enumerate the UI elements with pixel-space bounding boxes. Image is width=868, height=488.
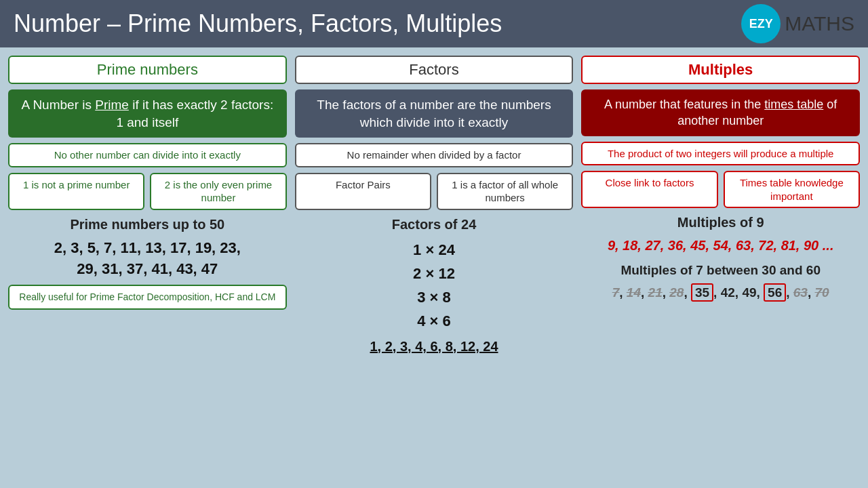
logo-text: EZY bbox=[749, 17, 773, 31]
multiples-sub2: Times table knowledge important bbox=[724, 171, 860, 208]
factors-sub1: Factor Pairs bbox=[295, 173, 431, 210]
multiples-sub-info: The product of two integers will produce… bbox=[581, 142, 860, 166]
logo: EZY MATHS bbox=[741, 4, 854, 43]
factors-column: Factors The factors of a number are the … bbox=[295, 56, 574, 483]
page-title: Number – Prime Numbers, Factors, Multipl… bbox=[14, 9, 502, 38]
factors-all: 1, 2, 3, 4, 6, 8, 12, 24 bbox=[295, 339, 574, 354]
prime-section-title: Prime numbers bbox=[8, 56, 287, 84]
factors-list-label: Factors of 24 bbox=[295, 217, 574, 232]
prime-list: 2, 3, 5, 7, 11, 13, 17, 19, 23,29, 31, 3… bbox=[8, 238, 287, 280]
logo-suffix: MATHS bbox=[785, 12, 854, 35]
multiples-list2-label: Multiples of 7 between 30 and 60 bbox=[581, 263, 860, 278]
multiples-section-title: Multiples bbox=[581, 56, 860, 84]
prime-sub2: 2 is the only even prime number bbox=[150, 173, 286, 210]
multiples-sub1: Close link to factors bbox=[581, 171, 717, 208]
prime-list-label: Prime numbers up to 50 bbox=[8, 217, 287, 232]
factors-sub-row: Factor Pairs 1 is a factor of all whole … bbox=[295, 173, 574, 210]
factors-sub-info: No remainder when divided by a factor bbox=[295, 143, 574, 167]
prime-sub-row: 1 is not a prime number 2 is the only ev… bbox=[8, 173, 287, 210]
factors-section-title: Factors bbox=[295, 56, 574, 84]
factors-sub2: 1 is a factor of all whole numbers bbox=[437, 173, 573, 210]
header: Number – Prime Numbers, Factors, Multipl… bbox=[0, 0, 868, 47]
multiples-definition: A number that features in the times tabl… bbox=[581, 89, 860, 136]
multiples-sub-row: Close link to factors Times table knowle… bbox=[581, 171, 860, 208]
prime-sub-info: No other number can divide into it exact… bbox=[8, 143, 287, 167]
prime-note: Really useful for Prime Factor Decomposi… bbox=[8, 285, 287, 310]
logo-circle: EZY bbox=[741, 4, 781, 43]
prime-column: Prime numbers A Number is Prime if it ha… bbox=[8, 56, 287, 483]
multiples-column: Multiples A number that features in the … bbox=[581, 56, 860, 483]
main-content: Prime numbers A Number is Prime if it ha… bbox=[0, 47, 868, 488]
factors-pairs: 1 × 242 × 123 × 84 × 6 bbox=[295, 238, 574, 333]
multiples-list: 9, 18, 27, 36, 45, 54, 63, 72, 81, 90 ..… bbox=[581, 236, 860, 255]
multiples-list2: 7, 14, 21, 28, 35, 42, 49, 56, 63, 70 bbox=[581, 283, 860, 303]
factors-definition: The factors of a number are the numbers … bbox=[295, 89, 574, 138]
prime-definition: A Number is Prime if it has exactly 2 fa… bbox=[8, 89, 287, 138]
multiples-list-label: Multiples of 9 bbox=[581, 215, 860, 230]
prime-sub1: 1 is not a prime number bbox=[8, 173, 144, 210]
